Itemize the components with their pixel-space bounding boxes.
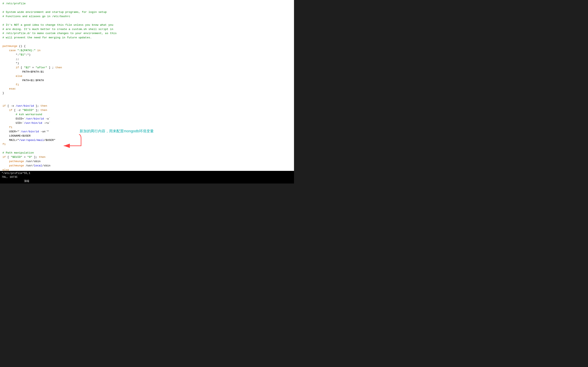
arrow-container: [58, 133, 82, 150]
editor: # /etc/profile # System wide environment…: [0, 0, 294, 184]
code-line: pathmunge /usr/sbin: [2, 159, 292, 164]
code-line: EUID=`/usr/bin/id -u`: [2, 117, 292, 121]
code-line: UID=`/usr/bin/id -ru`: [2, 121, 292, 125]
code-line: [2, 19, 292, 23]
code-line: [2, 95, 292, 100]
code-line: esac: [2, 87, 292, 91]
code-line: ;;: [2, 57, 292, 61]
code-area[interactable]: # /etc/profile # System wide environment…: [0, 0, 294, 171]
code-line: # ksh workaround: [2, 113, 292, 117]
code-line: PATH=$PATH:$1: [2, 70, 292, 74]
code-line: *:"$1":*): [2, 53, 292, 57]
code-line: # Functions and aliases go in /etc/bashr…: [2, 15, 292, 19]
code-line: else: [2, 74, 292, 78]
code-line: # It's NOT a good idea to change this fi…: [2, 23, 292, 27]
red-arrow-icon: [58, 133, 82, 149]
code-line: fi: [2, 125, 292, 130]
code-line: USER="`/usr/bin/id -un`": [2, 130, 292, 134]
code-line: if [ "$2" = "after" ] ; then: [2, 66, 292, 70]
code-line: pathmunge () {: [2, 44, 292, 49]
code-line: fi: [2, 142, 292, 147]
code-line: LOGNAME=$USER: [2, 134, 292, 138]
code-line: # are doing. It's much better to create …: [2, 27, 292, 32]
code-line: *): [2, 61, 292, 66]
code-line: # /etc/profile.d/ to make custom changes…: [2, 31, 292, 36]
code-line: pathmunge /usr/local/sbin: [2, 164, 292, 168]
status-bar: "/etc/profile" 78L, 1873C 55,1: [0, 171, 294, 184]
status-position: 55,1: [24, 171, 294, 183]
code-line: if [ -x /usr/bin/id ]; then: [2, 104, 292, 108]
code-line: MAIL="/var/spool/mail/$USER": [2, 138, 292, 142]
code-line: # will prevent the need for merging in f…: [2, 36, 292, 40]
code-line: # System wide environment and startup pr…: [2, 10, 292, 15]
code-line: }: [2, 91, 292, 95]
code-line: else: [2, 168, 292, 171]
code-line: [2, 100, 292, 104]
status-file-info: "/etc/profile" 78L, 1873C: [2, 171, 24, 183]
code-line: [2, 6, 292, 10]
code-line: # /etc/profile: [2, 2, 292, 6]
code-line: case ":${PATH}:" in: [2, 49, 292, 53]
code-line: if [ -z "$EUID" ]; then: [2, 108, 292, 113]
code-line: PATH=$1:$PATH: [2, 78, 292, 83]
code-line: [2, 147, 292, 151]
code-line: [2, 40, 292, 44]
code-line: if [ "$EUID" = "0" ]; then: [2, 155, 292, 159]
code-line: fi: [2, 83, 292, 87]
code-line: # Path manipulation: [2, 151, 292, 155]
